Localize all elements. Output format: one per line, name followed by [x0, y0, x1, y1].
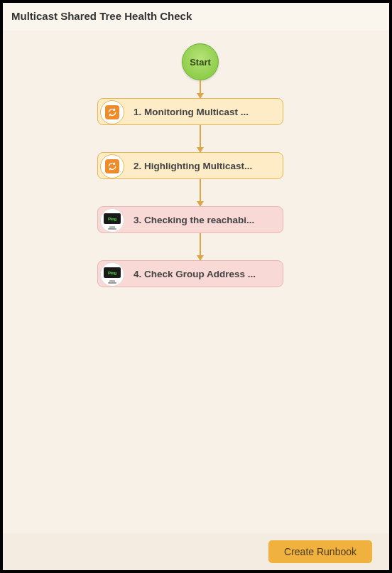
ping-badge: Ping [108, 271, 116, 275]
app-frame: Multicast Shared Tree Health Check Start… [3, 3, 389, 570]
footer-bar: Create Runbook [3, 533, 389, 570]
flow-step-3[interactable]: Ping 3. Checking the reachabi... [97, 206, 283, 233]
ping-monitor-icon: Ping [100, 262, 124, 286]
step-label: 2. Highlighting Multicast... [134, 161, 252, 171]
flow-step-2[interactable]: 2. Highlighting Multicast... [97, 152, 283, 179]
flow-arrow [200, 233, 201, 260]
start-node[interactable]: Start [182, 43, 219, 80]
step-label: 3. Checking the reachabi... [134, 215, 254, 225]
flow-arrow [200, 80, 201, 98]
step-label: 4. Check Group Address ... [134, 269, 256, 279]
page-title: Multicast Shared Tree Health Check [3, 3, 389, 31]
flow-canvas: Start 1. Monitoring Multicast ... 2. Hig… [3, 31, 389, 570]
flow-arrow [200, 125, 201, 152]
flow-arrow [200, 179, 201, 206]
start-label: Start [190, 57, 211, 68]
ping-monitor-icon: Ping [100, 208, 124, 232]
ping-badge: Ping [108, 217, 116, 221]
create-runbook-button[interactable]: Create Runbook [268, 540, 372, 563]
flow-step-4[interactable]: Ping 4. Check Group Address ... [97, 260, 283, 287]
step-label: 1. Monitoring Multicast ... [134, 107, 249, 117]
refresh-icon [100, 154, 124, 178]
refresh-icon [100, 100, 124, 124]
flow-step-1[interactable]: 1. Monitoring Multicast ... [97, 98, 283, 125]
